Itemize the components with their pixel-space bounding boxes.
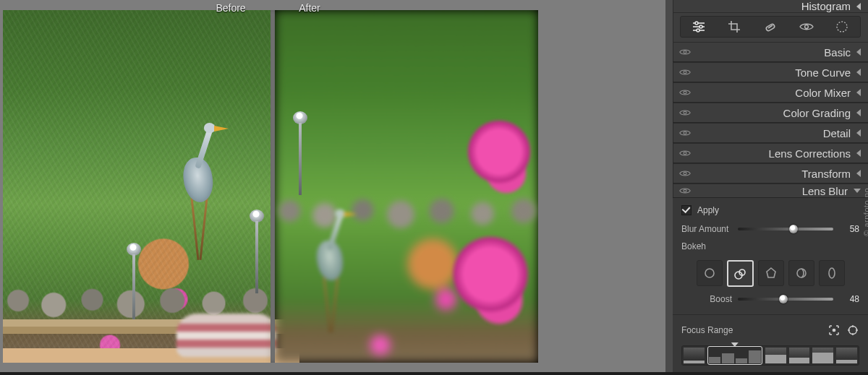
slider-track[interactable]	[738, 298, 833, 301]
focus-target-icon[interactable]	[846, 324, 859, 337]
svg-point-24	[833, 329, 835, 331]
chevron-down-icon	[854, 189, 861, 193]
section-lens-blur[interactable]: Lens Blur	[673, 184, 868, 198]
slider-knob[interactable]	[779, 295, 788, 303]
visibility-eye-icon[interactable]	[678, 126, 692, 139]
before-after-compare[interactable]	[3, 10, 538, 363]
chevron-left-icon	[856, 69, 861, 76]
section-tone-curve[interactable]: Tone Curve	[673, 62, 868, 82]
visibility-eye-icon[interactable]	[678, 147, 692, 160]
svg-point-16	[684, 172, 686, 175]
section-title: Lens Blur	[696, 185, 848, 197]
slider-track[interactable]	[738, 228, 833, 230]
section-title: Lens Corrections	[696, 147, 851, 160]
histogram-title: Histogram	[801, 0, 851, 12]
bokeh-ring-icon[interactable]	[727, 260, 754, 287]
slider-label: Blur Amount	[681, 224, 732, 234]
focus-range-strip[interactable]	[681, 345, 859, 366]
slider-knob[interactable]	[789, 225, 798, 233]
svg-point-5	[697, 29, 699, 32]
section-color-mixer[interactable]: Color Mixer	[673, 82, 868, 103]
bokeh-options	[681, 260, 859, 287]
image-canvas: Before After	[0, 0, 665, 375]
chevron-left-icon	[856, 89, 861, 96]
chevron-left-icon	[856, 48, 861, 56]
section-lens-corrections[interactable]: Lens Corrections	[673, 143, 868, 163]
collapse-left-icon	[856, 3, 861, 10]
masking-icon[interactable]	[830, 17, 854, 37]
histogram-header[interactable]: Histogram	[673, 0, 868, 13]
focus-range-pin-icon[interactable]	[731, 342, 739, 347]
chevron-left-icon	[856, 129, 861, 137]
focus-range-label: Focus Range	[681, 325, 733, 335]
redeye-icon[interactable]	[795, 17, 818, 37]
svg-point-10	[684, 51, 686, 53]
svg-rect-6	[765, 23, 775, 31]
edit-sliders-icon[interactable]	[687, 17, 710, 37]
svg-point-25	[849, 327, 857, 335]
develop-panel: Histogram	[665, 0, 868, 375]
visibility-eye-icon[interactable]	[678, 184, 692, 197]
lens-blur-body: Apply Blur Amount 58 Bokeh	[673, 198, 868, 375]
focus-point-picker-icon[interactable]	[827, 324, 841, 337]
apply-label: Apply	[697, 205, 719, 215]
boost-slider[interactable]: Boost 48	[681, 294, 859, 304]
svg-point-1	[695, 22, 698, 25]
bokeh-anamorphic-icon[interactable]	[819, 260, 845, 286]
healing-icon[interactable]	[759, 17, 782, 37]
bokeh-swirl-icon[interactable]	[788, 260, 814, 286]
slider-value: 48	[839, 294, 859, 304]
svg-point-14	[684, 132, 686, 134]
svg-point-23	[829, 268, 835, 278]
svg-point-22	[797, 269, 806, 277]
svg-point-8	[804, 25, 808, 29]
compare-before-label: Before	[200, 0, 261, 16]
svg-point-9	[837, 22, 847, 32]
before-image	[3, 10, 271, 363]
section-transform[interactable]: Transform	[673, 163, 868, 184]
section-title: Color Grading	[696, 107, 851, 119]
section-title: Detail	[696, 127, 851, 139]
section-title: Basic	[696, 46, 851, 59]
svg-point-17	[684, 189, 686, 192]
visibility-eye-icon[interactable]	[678, 86, 692, 99]
section-color-grading[interactable]: Color Grading	[673, 103, 868, 123]
chevron-left-icon	[856, 150, 861, 157]
bokeh-label: Bokeh	[681, 241, 859, 251]
svg-point-12	[684, 91, 686, 94]
svg-marker-21	[767, 268, 775, 277]
svg-point-18	[705, 269, 714, 277]
tool-strip	[680, 16, 861, 38]
bokeh-circle-icon[interactable]	[697, 260, 723, 286]
svg-point-13	[684, 111, 686, 114]
svg-point-3	[699, 25, 702, 28]
visibility-eye-icon[interactable]	[678, 66, 692, 79]
apply-toggle[interactable]: Apply	[681, 205, 859, 215]
visibility-eye-icon[interactable]	[678, 167, 692, 180]
slider-value: 58	[839, 224, 859, 234]
bokeh-blade5-icon[interactable]	[758, 260, 784, 286]
svg-point-15	[684, 152, 686, 155]
section-detail[interactable]: Detail	[673, 123, 868, 143]
section-title: Tone Curve	[696, 66, 851, 79]
after-image	[275, 10, 538, 363]
section-basic[interactable]: Basic	[673, 42, 868, 62]
slider-label: Boost	[681, 294, 732, 304]
svg-point-11	[684, 71, 686, 74]
focus-range-selection[interactable]	[707, 346, 762, 365]
compare-divider-handle[interactable]	[271, 10, 275, 363]
visibility-eye-icon[interactable]	[678, 46, 692, 59]
blur-amount-slider[interactable]: Blur Amount 58	[681, 224, 859, 234]
visibility-eye-icon[interactable]	[678, 106, 692, 119]
section-title: Transform	[696, 168, 851, 180]
crop-icon[interactable]	[723, 17, 746, 37]
compare-after-label: After	[279, 0, 340, 16]
section-title: Color Mixer	[696, 87, 851, 99]
chevron-left-icon	[856, 170, 861, 177]
chevron-left-icon	[856, 109, 861, 116]
towel-roll	[176, 314, 278, 357]
checkbox-checked-icon	[681, 205, 692, 215]
